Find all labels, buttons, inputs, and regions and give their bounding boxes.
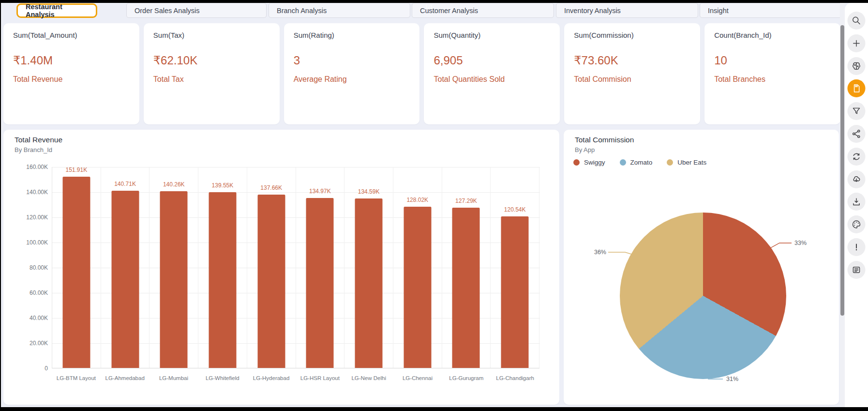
bar-column: 134.97K bbox=[296, 167, 345, 368]
kpi-value: 6,905 bbox=[434, 54, 550, 67]
bar-value-label: 128.02K bbox=[393, 197, 442, 203]
pie-pct-label-uber-eats: 36% bbox=[594, 249, 606, 256]
tab-inventory-analysis[interactable]: Inventory Analysis bbox=[556, 3, 698, 18]
right-toolbar bbox=[845, 3, 868, 407]
pie-chart-subtitle: By App bbox=[575, 146, 595, 153]
bar-chart-panel: Total Revenue By Branch_Id 151.91K140.71… bbox=[3, 130, 559, 405]
kpi-card-total-revenue[interactable]: Sum(Total_Amount)₹1.40MTotal Revenue bbox=[3, 23, 139, 124]
kpi-metric-label: Sum(Tax) bbox=[153, 31, 270, 39]
legend-dot bbox=[573, 159, 580, 166]
refresh-icon[interactable] bbox=[848, 148, 866, 166]
tab-restaurant-analysis[interactable]: Restaurant Analysis bbox=[16, 3, 97, 18]
download-icon[interactable] bbox=[848, 193, 866, 211]
bar-lg-hyderabad[interactable] bbox=[257, 195, 285, 368]
bar-value-label: 140.26K bbox=[150, 181, 198, 188]
x-axis-label: LG-Chennai bbox=[393, 375, 442, 381]
cloud-download-icon[interactable] bbox=[848, 170, 866, 188]
kpi-cards-row: Sum(Total_Amount)₹1.40MTotal RevenueSum(… bbox=[3, 23, 840, 124]
tab-insight[interactable]: Insight bbox=[700, 3, 842, 18]
x-axis-label: LG-Chandigarh bbox=[491, 375, 539, 381]
kpi-caption: Total Quantities Sold bbox=[434, 75, 550, 84]
y-axis-tick: 40.00K bbox=[10, 315, 48, 321]
bar-lg-chandigarh[interactable] bbox=[501, 216, 529, 368]
kpi-value: 10 bbox=[714, 54, 831, 67]
pie-pct-label-swiggy: 33% bbox=[794, 240, 807, 246]
x-axis-label: LG-New Delhi bbox=[344, 375, 393, 381]
bar-lg-new-delhi[interactable] bbox=[355, 198, 383, 368]
y-axis-tick: 20.00K bbox=[10, 340, 48, 347]
bar-column: 139.55K bbox=[198, 167, 247, 368]
y-axis-tick: 120.00K bbox=[10, 214, 48, 221]
theme-palette-icon[interactable] bbox=[848, 215, 866, 233]
legend-item-swiggy[interactable]: Swiggy bbox=[573, 159, 605, 166]
bar-value-label: 120.54K bbox=[491, 206, 539, 213]
bar-column: 137.66K bbox=[247, 167, 296, 368]
bar-lg-mumbai[interactable] bbox=[160, 191, 188, 368]
bar-lg-gurugram[interactable] bbox=[452, 208, 480, 368]
tab-order-sales-analysis[interactable]: Order Sales Analysis bbox=[126, 3, 267, 18]
bar-chart-x-axis: LG-BTM LayoutLG-AhmedabadLG-MumbaiLG-Whi… bbox=[52, 375, 539, 381]
page-indicator: 1/1 bbox=[425, 4, 433, 11]
bar-value-label: 151.91K bbox=[52, 167, 101, 173]
y-axis-tick: 160.00K bbox=[10, 164, 48, 170]
kpi-metric-label: Sum(Commission) bbox=[574, 31, 690, 39]
window-frame-left bbox=[0, 0, 1, 411]
bar-column: 151.91K bbox=[52, 167, 101, 368]
window-frame-top bbox=[0, 0, 868, 3]
y-axis-tick: 80.00K bbox=[10, 264, 48, 271]
kpi-card-total-commision[interactable]: Sum(Commission)₹73.60KTotal Commision bbox=[564, 23, 700, 124]
bar-value-label: 127.29K bbox=[442, 198, 491, 204]
y-axis-tick: 140.00K bbox=[10, 189, 48, 196]
pie-chart[interactable] bbox=[620, 213, 786, 379]
kpi-caption: Total Tax bbox=[153, 75, 270, 84]
bar-column: 128.02K bbox=[393, 167, 442, 368]
legend-label: Swiggy bbox=[584, 159, 605, 166]
kpi-caption: Total Commision bbox=[574, 75, 690, 84]
legend-item-zomato[interactable]: Zomato bbox=[620, 159, 653, 166]
kpi-metric-label: Sum(Rating) bbox=[294, 31, 410, 39]
ai-brain-icon[interactable] bbox=[848, 57, 866, 75]
bar-lg-chennai[interactable] bbox=[404, 207, 431, 368]
kpi-value: ₹73.60K bbox=[574, 54, 690, 67]
kpi-card-average-rating[interactable]: Sum(Rating)3Average Rating bbox=[284, 23, 420, 124]
bar-lg-ahmedabad[interactable] bbox=[111, 191, 139, 368]
y-axis-tick: 100.00K bbox=[10, 239, 48, 246]
vertical-scrollbar-thumb[interactable] bbox=[840, 25, 844, 316]
add-icon[interactable] bbox=[848, 34, 866, 52]
legend-dot bbox=[667, 159, 673, 166]
bar-lg-hsr-layout[interactable] bbox=[306, 198, 334, 368]
kpi-card-total-tax[interactable]: Sum(Tax)₹62.10KTotal Tax bbox=[144, 23, 280, 124]
storage-card-icon[interactable] bbox=[848, 79, 866, 97]
x-axis-label: LG-Hyderabad bbox=[247, 375, 296, 381]
legend-item-uber-eats[interactable]: Uber Eats bbox=[667, 159, 706, 166]
window-frame-bottom bbox=[0, 407, 868, 411]
bar-value-label: 134.59K bbox=[344, 188, 393, 195]
notes-icon[interactable] bbox=[848, 261, 866, 279]
alert-icon[interactable] bbox=[848, 238, 866, 256]
legend-label: Uber Eats bbox=[677, 159, 706, 166]
legend-dot bbox=[620, 159, 626, 166]
x-axis-label: LG-Mumbai bbox=[150, 375, 198, 381]
filter-icon[interactable] bbox=[848, 102, 866, 120]
share-icon[interactable] bbox=[848, 125, 866, 143]
kpi-metric-label: Sum(Quantity) bbox=[434, 31, 550, 39]
bar-value-label: 140.71K bbox=[101, 181, 150, 187]
bar-column: 120.54K bbox=[491, 167, 539, 368]
bar-value-label: 139.55K bbox=[198, 182, 247, 189]
bar-column: 127.29K bbox=[442, 167, 491, 368]
bar-value-label: 137.66K bbox=[247, 184, 296, 191]
kpi-card-total-quantities-sold[interactable]: Sum(Quantity)6,905Total Quantities Sold bbox=[424, 23, 560, 124]
pie-pct-label-zomato: 31% bbox=[726, 376, 738, 382]
bar-lg-whitefield[interactable] bbox=[209, 192, 236, 368]
x-axis-label: LG-BTM Layout bbox=[52, 375, 101, 381]
x-axis-label: LG-Gurugram bbox=[442, 375, 491, 381]
bar-lg-btm-layout[interactable] bbox=[62, 177, 90, 368]
tab-customer-analysis[interactable]: Customer Analysis bbox=[412, 3, 554, 18]
kpi-caption: Total Revenue bbox=[13, 75, 130, 84]
kpi-value: ₹1.40M bbox=[13, 54, 130, 67]
search-icon[interactable] bbox=[848, 12, 866, 30]
tab-branch-analysis[interactable]: Branch Analysis bbox=[269, 3, 410, 18]
bar-chart-subtitle: By Branch_Id bbox=[15, 146, 52, 153]
bar-column: 134.59K bbox=[344, 167, 393, 368]
kpi-card-total-branches[interactable]: Count(Branch_Id)10Total Branches bbox=[704, 23, 840, 124]
